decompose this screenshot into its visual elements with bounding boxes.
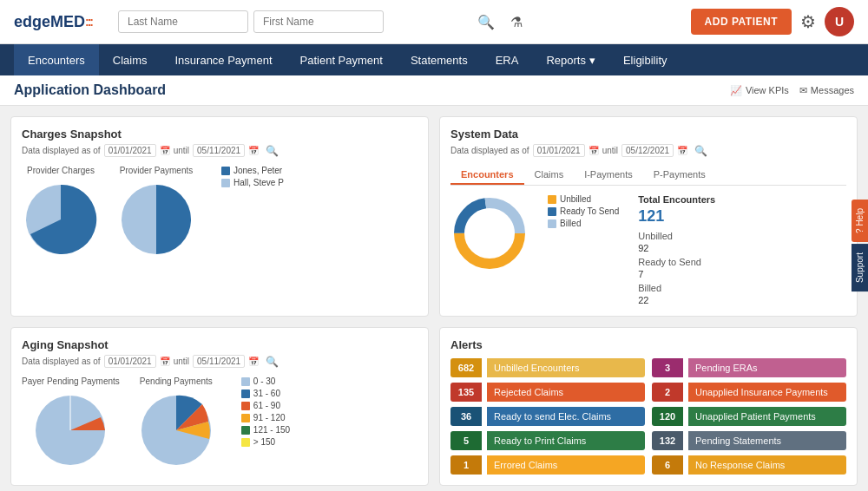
avatar[interactable]: U [825,7,854,36]
stat-unbilled-label: Unbilled [638,231,715,241]
alert-rejected-claims[interactable]: 135 Rejected Claims [450,383,645,402]
charges-snapshot-card: Charges Snapshot Data displayed as of 01… [10,116,429,317]
alerts-left-column: 682 Unbilled Encounters 135 Rejected Cla… [450,358,645,475]
encounters-donut-chart [450,194,529,275]
aging-dot-0-30 [241,377,250,386]
charges-search-icon[interactable]: 🔍 [266,145,279,157]
encounters-donut-svg [450,194,529,272]
tab-i-payments[interactable]: I-Payments [574,166,643,185]
filter-button[interactable]: ⚗ [507,10,526,34]
nav-item-era[interactable]: ERA [482,44,533,75]
page-title: Application Dashboard [14,82,166,98]
messages-button[interactable]: ✉ Messages [799,85,854,96]
add-patient-button[interactable]: ADD PATIENT [691,9,792,35]
aging-legend-91-120: 91 - 120 [241,413,290,422]
header-right: ADD PATIENT ⚙ U [691,7,854,36]
charges-from-date[interactable]: 01/01/2021 [104,144,156,157]
alert-label-unbilled: Unbilled Encounters [487,358,645,377]
sysdata-search-icon[interactable]: 🔍 [694,145,707,157]
nav-item-insurance-payment[interactable]: Insurance Payment [161,44,286,75]
legend-unbilled: Unbilled [548,194,619,204]
aging-to-date[interactable]: 05/11/2021 [193,355,245,368]
charges-legend: Jones, Peter Hall, Steve P [221,166,284,187]
last-name-input[interactable] [118,10,248,33]
aging-search-icon[interactable]: 🔍 [266,356,279,368]
system-data-tabs: Encounters Claims I-Payments P-Payments [450,166,846,186]
nav-item-patient-payment[interactable]: Patient Payment [286,44,397,75]
navigation-bar: Encounters Claims Insurance Payment Pati… [0,44,868,75]
alert-label-pending-eras: Pending ERAs [688,358,846,377]
alert-ready-print-claims[interactable]: 5 Ready to Print Claims [450,431,645,450]
system-data-card: System Data Data displayed as of 01/01/2… [439,116,858,317]
legend-item-jones: Jones, Peter [221,166,284,175]
sysdata-to-date[interactable]: 05/12/2021 [621,144,674,157]
dashboard: Charges Snapshot Data displayed as of 01… [0,106,868,491]
charges-calendar-icon-2[interactable]: 📅 [248,146,259,155]
nav-item-claims[interactable]: Claims [99,44,161,75]
alert-count-unapplied-ins: 2 [652,383,683,402]
encounters-donut-legend: Unbilled Ready To Send Billed [548,194,619,228]
nav-item-encounters[interactable]: Encounters [14,44,99,75]
nav-item-statements[interactable]: Statements [397,44,482,75]
page-title-bar: Application Dashboard 📈 View KPIs ✉ Mess… [0,75,868,106]
tab-claims[interactable]: Claims [524,166,575,185]
alert-label-ready-print: Ready to Print Claims [487,431,645,450]
alerts-grid: 682 Unbilled Encounters 135 Rejected Cla… [450,358,846,475]
total-encounters-value: 121 [638,207,715,226]
nav-item-reports[interactable]: Reports ▾ [532,44,609,75]
charges-calendar-icon-1[interactable]: 📅 [160,146,170,155]
aging-calendar-icon-1[interactable]: 📅 [160,357,170,366]
aging-from-date[interactable]: 01/01/2021 [104,355,156,368]
charges-to-date[interactable]: 05/11/2021 [193,144,245,157]
alert-unapplied-patient[interactable]: 120 Unapplied Patient Payments [652,407,846,426]
aging-legend-121-150: 121 - 150 [241,425,290,435]
reports-dropdown-icon: ▾ [589,54,595,67]
aging-dot-121-150 [241,426,250,435]
stat-billed-label: Billed [638,283,715,293]
alert-unbilled-encounters[interactable]: 682 Unbilled Encounters [450,358,645,377]
aging-snapshot-subtitle: Data displayed as of 01/01/2021 📅 until … [22,355,418,368]
alert-unapplied-insurance[interactable]: 2 Unapplied Insurance Payments [652,383,846,402]
sysdata-calendar-icon-1[interactable]: 📅 [589,146,599,155]
help-tab[interactable]: ? Help [852,200,868,242]
sysdata-calendar-icon-2[interactable]: 📅 [677,146,687,155]
system-data-subtitle: Data displayed as of 01/01/2021 📅 until … [450,144,846,157]
alert-count-unbilled: 682 [450,358,482,377]
stat-ready-value: 7 [638,269,715,279]
alert-no-response[interactable]: 6 No Response Claims [652,455,846,475]
payer-pending-chart: Payer Pending Payments [22,376,120,469]
charges-snapshot-title: Charges Snapshot [22,128,418,141]
alerts-title: Alerts [450,338,846,351]
help-panel: ? Help Support [852,200,868,291]
tab-p-payments[interactable]: P-Payments [643,166,716,185]
alert-ready-elec-claims[interactable]: 36 Ready to send Elec. Claims [450,407,645,426]
charges-charts-row: Provider Charges Provider Payments [22,166,418,259]
svg-point-5 [465,209,514,258]
provider-payments-pie [117,180,195,259]
alert-pending-eras[interactable]: 3 Pending ERAs [652,358,846,377]
alert-label-rejected: Rejected Claims [487,383,645,402]
first-name-input[interactable] [253,10,384,33]
alert-errored-claims[interactable]: 1 Errored Claims [450,455,645,475]
legend-item-hall: Hall, Steve P [221,178,284,187]
tab-encounters[interactable]: Encounters [450,166,524,185]
legend-billed: Billed [548,219,619,228]
alert-label-pending-stmts: Pending Statements [688,431,846,450]
search-button[interactable]: 🔍 [474,10,498,34]
support-tab[interactable]: Support [852,244,868,291]
aging-charts-row: Payer Pending Payments Pending Payments [22,376,418,469]
aging-legend-0-30: 0 - 30 [241,376,290,386]
provider-charges-label: Provider Charges [27,166,95,175]
settings-icon[interactable]: ⚙ [800,11,816,32]
legend-dot-billed [548,219,556,228]
encounters-stats: Total Encounters 121 Unbilled 92 Ready t… [638,194,715,305]
alert-pending-statements[interactable]: 132 Pending Statements [652,431,846,450]
nav-item-eligibility[interactable]: Eligibility [609,44,681,75]
provider-charges-pie [22,180,100,259]
aging-calendar-icon-2[interactable]: 📅 [248,357,259,366]
aging-snapshot-title: Aging Snapshot [22,338,418,351]
view-kpis-button[interactable]: 📈 View KPIs [730,85,789,96]
sysdata-from-date[interactable]: 01/01/2021 [533,144,585,157]
stat-unbilled-value: 92 [638,243,715,253]
total-encounters-label: Total Encounters [638,194,715,205]
